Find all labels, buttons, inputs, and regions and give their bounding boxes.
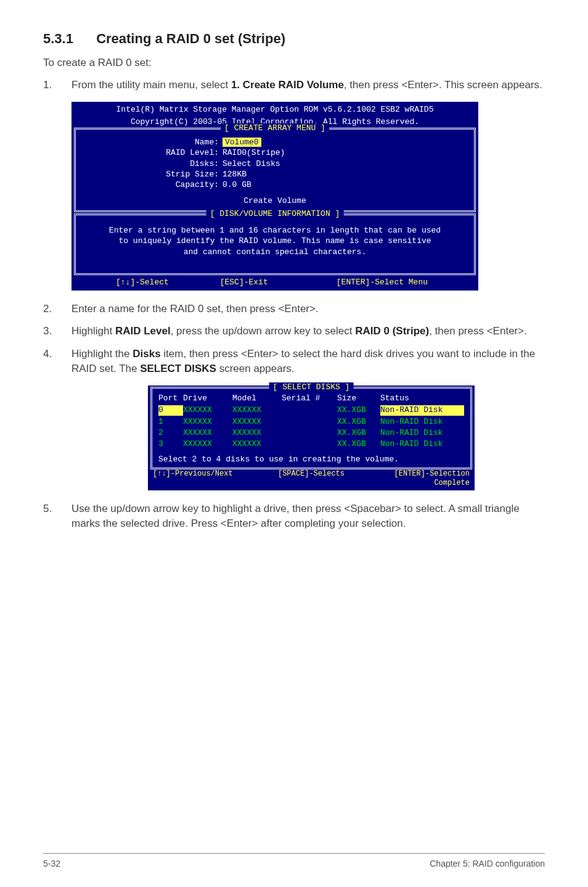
menu-row-capacity: Capacity: 0.0 GB xyxy=(81,180,469,190)
cell-drive: XXXXXX xyxy=(183,439,232,449)
name-input-highlight[interactable]: Volume0 xyxy=(223,138,261,147)
cell-status: Non-RAID Disk xyxy=(380,417,464,427)
t4e: screen appears. xyxy=(216,363,295,374)
t4b: Disks xyxy=(133,348,160,360)
menu-value-raid[interactable]: RAID0(Stripe) xyxy=(223,148,469,158)
cell-status: Non-RAID Disk xyxy=(380,428,464,438)
step-text: Highlight the Disks item, then press <En… xyxy=(71,347,545,377)
menu-label-name: Name: xyxy=(81,138,223,147)
hint-enter: [ENTER]-Select Menu xyxy=(324,278,465,287)
disk-row[interactable]: 1 XXXXXX XXXXXX XX.XGB Non-RAID Disk xyxy=(155,416,468,427)
hint-exit: [ESC]-Exit xyxy=(220,278,324,287)
cell-drive: XXXXXX xyxy=(183,428,232,438)
step-number: 2. xyxy=(43,302,71,317)
disk-row[interactable]: 3 XXXXXX XXXXXX XX.XGB Non-RAID Disk xyxy=(155,439,468,450)
bios-bottom-bar: [↑↓]-Select [ESC]-Exit [ENTER]-Select Me… xyxy=(73,276,477,289)
hdr-serial: Serial # xyxy=(282,394,337,403)
menu-value-strip[interactable]: 128KB xyxy=(223,170,469,179)
info-line1: Enter a string between 1 and 16 characte… xyxy=(81,225,469,236)
cell-port: 2 xyxy=(158,428,183,438)
select-disks-title: [ SELECT DISKS ] xyxy=(269,382,354,392)
t3a: Highlight xyxy=(71,325,115,337)
create-volume-action[interactable]: Create Volume xyxy=(81,196,469,206)
t3e: , then press <Enter>. xyxy=(429,325,527,337)
hint-select: [↑↓]-Select xyxy=(85,278,220,287)
cell-port: 1 xyxy=(158,417,183,427)
cell-model: XXXXXX xyxy=(232,428,282,438)
info-help-text: Enter a string between 1 and 16 characte… xyxy=(81,225,469,270)
step-number: 4. xyxy=(43,347,71,377)
cell-serial xyxy=(282,405,337,415)
cell-drive: XXXXXX xyxy=(183,417,232,427)
step-text-a: From the utility main menu, select xyxy=(71,79,231,91)
section-number: 5.3.1 xyxy=(43,31,92,47)
select-disks-header: Port Drive Model Serial # Size Status xyxy=(155,392,468,405)
bios-create-raid-screen: Intel(R) Matrix Storage Manager Option R… xyxy=(71,102,478,291)
hdr-model: Model xyxy=(232,394,282,403)
menu-value-disks[interactable]: Select Disks xyxy=(223,159,469,169)
menu-row-disks: Disks: Select Disks xyxy=(81,159,469,169)
step-text-c: , then press <Enter>. This screen appear… xyxy=(344,79,542,91)
cell-drive: XXXXXX xyxy=(183,405,232,415)
select-disks-message: Select 2 to 4 disks to use in creating t… xyxy=(155,450,468,466)
cell-serial xyxy=(282,417,337,427)
menu-label-disks: Disks: xyxy=(81,159,223,169)
intro-text: To create a RAID 0 set: xyxy=(43,57,545,69)
bios-header-line1: Intel(R) Matrix Storage Manager Option R… xyxy=(73,103,477,115)
t4a: Highlight the xyxy=(71,348,133,360)
cell-serial xyxy=(282,439,337,449)
step-text: Use the up/down arrow key to highlight a… xyxy=(71,501,545,532)
cell-model: XXXXXX xyxy=(232,439,282,449)
step-number: 5. xyxy=(43,501,71,532)
step-text-bold: 1. Create RAID Volume xyxy=(231,79,344,91)
hdr-size: Size xyxy=(337,394,380,403)
step-5: 5. Use the up/down arrow key to highligh… xyxy=(43,501,545,532)
cell-size: XX.XGB xyxy=(337,439,380,449)
step-4: 4. Highlight the Disks item, then press … xyxy=(43,347,545,377)
section-title-text: Creating a RAID 0 set (Stripe) xyxy=(96,31,285,46)
menu-row-strip: Strip Size: 128KB xyxy=(81,170,469,179)
disk-row[interactable]: 2 XXXXXX XXXXXX XX.XGB Non-RAID Disk xyxy=(155,427,468,439)
menu-value-cap[interactable]: 0.0 GB xyxy=(223,180,469,190)
step-3: 3. Highlight RAID Level, press the up/do… xyxy=(43,324,545,339)
frame-title: [ CREATE ARRAY MENU ] xyxy=(221,123,329,133)
t3c: , press the up/down arrow key to select xyxy=(171,325,356,337)
disk-row[interactable]: 0 XXXXXX XXXXXX XX.XGB Non-RAID Disk xyxy=(155,405,468,416)
page-number: 5-32 xyxy=(43,859,60,868)
create-array-menu-frame: [ CREATE ARRAY MENU ] Name: Volume0 RAID… xyxy=(74,128,476,212)
menu-label-raid: RAID Level: xyxy=(81,148,223,158)
hint-prev-next: [↑↓]-Previous/Next xyxy=(150,469,258,488)
step-text: Highlight RAID Level, press the up/down … xyxy=(71,324,545,339)
step-number: 3. xyxy=(43,324,71,339)
menu-row-name: Name: Volume0 xyxy=(81,138,469,147)
hdr-port: Port xyxy=(158,394,183,403)
step-number: 1. xyxy=(43,78,71,93)
select-disks-bottom-bar: [↑↓]-Previous/Next [SPACE]-Selects [ENTE… xyxy=(149,469,473,489)
bios-select-disks-screen: [ SELECT DISKS ] Port Drive Model Serial… xyxy=(148,386,475,490)
hint-enter-complete: [ENTER]-Selection Complete xyxy=(364,469,472,488)
cell-port: 0 xyxy=(158,405,183,415)
cell-model: XXXXXX xyxy=(232,405,282,415)
hint-space: [SPACE]-Selects xyxy=(258,469,364,488)
t3b: RAID Level xyxy=(115,325,171,337)
select-disks-frame: [ SELECT DISKS ] Port Drive Model Serial… xyxy=(150,387,472,469)
cell-status: Non-RAID Disk xyxy=(380,439,464,449)
cell-size: XX.XGB xyxy=(337,428,380,438)
info-line3: and cannot contain special characters. xyxy=(81,247,469,258)
chapter-label: Chapter 5: RAID configuration xyxy=(430,859,545,868)
cell-size: XX.XGB xyxy=(337,405,380,415)
cell-model: XXXXXX xyxy=(232,417,282,427)
step-2: 2. Enter a name for the RAID 0 set, then… xyxy=(43,302,545,317)
step-1: 1. From the utility main menu, select 1.… xyxy=(43,78,545,93)
menu-value-name[interactable]: Volume0 xyxy=(223,138,469,147)
disk-volume-info-frame: [ DISK/VOLUME INFORMATION ] Enter a stri… xyxy=(74,213,476,276)
page-footer: 5-32 Chapter 5: RAID configuration xyxy=(43,853,545,868)
menu-row-raid-level: RAID Level: RAID0(Stripe) xyxy=(81,148,469,158)
step-text: Enter a name for the RAID 0 set, then pr… xyxy=(71,302,545,317)
hdr-drive: Drive xyxy=(183,394,232,403)
section-heading: 5.3.1 Creating a RAID 0 set (Stripe) xyxy=(43,31,545,47)
frame-title-info: [ DISK/VOLUME INFORMATION ] xyxy=(206,209,344,219)
menu-label-cap: Capacity: xyxy=(81,180,223,190)
t3d: RAID 0 (Stripe) xyxy=(355,325,429,337)
cell-status: Non-RAID Disk xyxy=(380,405,464,415)
